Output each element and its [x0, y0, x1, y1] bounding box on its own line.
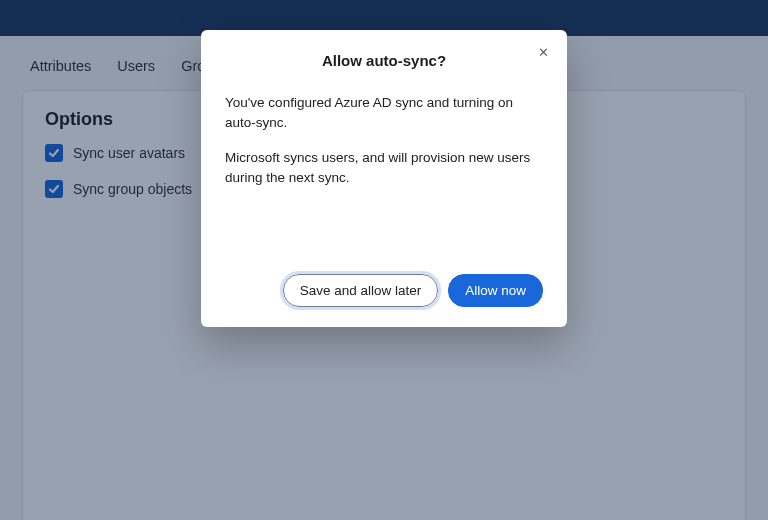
modal-actions: Save and allow later Allow now — [225, 274, 543, 307]
save-and-allow-later-button[interactable]: Save and allow later — [283, 274, 439, 307]
allow-auto-sync-modal: ✕ Allow auto-sync? You've configured Azu… — [201, 30, 567, 327]
modal-body: You've configured Azure AD sync and turn… — [225, 93, 543, 188]
close-icon[interactable]: ✕ — [533, 42, 553, 62]
allow-now-button[interactable]: Allow now — [448, 274, 543, 307]
modal-text-line: Microsoft syncs users, and will provisio… — [225, 148, 543, 189]
modal-title: Allow auto-sync? — [225, 52, 543, 69]
modal-text-line: You've configured Azure AD sync and turn… — [225, 93, 543, 134]
